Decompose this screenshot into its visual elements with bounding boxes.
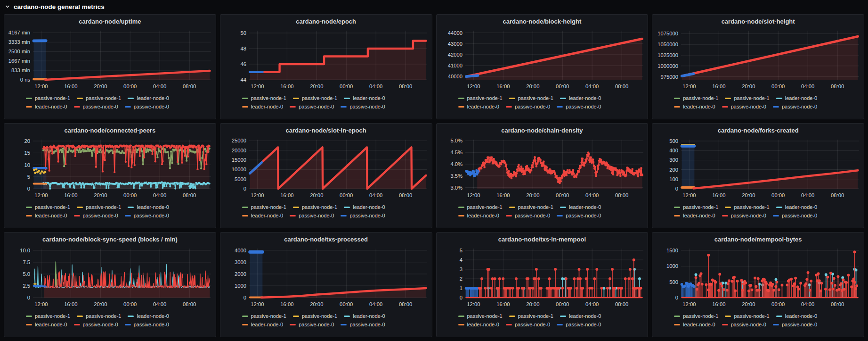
legend-item[interactable]: leader-node-0 (344, 95, 385, 102)
legend-item[interactable]: passive-node-1 (674, 95, 718, 102)
legend-item[interactable]: passive-node-0 (125, 212, 169, 219)
time-series-chart[interactable]: 15001000500012:0016:0020:0000:0004:0008:… (654, 245, 862, 311)
legend-item[interactable]: passive-node-0 (722, 321, 766, 328)
legend-item[interactable]: passive-node-0 (773, 212, 817, 219)
legend-item[interactable]: passive-node-1 (26, 95, 70, 102)
legend-item[interactable]: leader-node-0 (560, 313, 601, 320)
time-series-chart[interactable]: 4167 min3333 min2500 min1667 min833 min0… (6, 27, 214, 93)
legend-item[interactable]: passive-node-1 (77, 313, 121, 320)
legend-item[interactable]: leader-node-0 (26, 103, 67, 110)
legend-item[interactable]: leader-node-0 (26, 212, 67, 219)
time-series-chart[interactable]: 107500010500001025000100000097500012:001… (654, 27, 862, 93)
legend-item[interactable]: passive-node-1 (725, 204, 769, 211)
time-series-chart[interactable]: 54321012:0016:0020:0000:0004:0008:00 (438, 245, 646, 311)
legend-item[interactable]: passive-node-1 (458, 313, 503, 320)
x-axis-label: 08:00 (183, 192, 196, 198)
legend-item[interactable]: passive-node-1 (725, 313, 769, 320)
legend-item[interactable]: leader-node-0 (128, 95, 169, 102)
legend-item[interactable]: passive-node-0 (341, 103, 385, 110)
legend-item[interactable]: passive-node-1 (725, 95, 769, 102)
legend-item[interactable]: leader-node-0 (344, 204, 385, 211)
legend-item[interactable]: passive-node-0 (722, 212, 766, 219)
legend-item[interactable]: passive-node-1 (77, 204, 121, 211)
time-series-chart[interactable]: 10.07.55.02.5012:0016:0020:0000:0004:000… (6, 245, 214, 311)
panel-title[interactable]: cardano-node/block-sync-speed (blocks / … (6, 234, 214, 245)
legend-item[interactable]: leader-node-0 (242, 103, 284, 110)
legend-item[interactable]: passive-node-1 (458, 95, 503, 102)
legend-item[interactable]: leader-node-0 (560, 95, 601, 102)
legend-item[interactable]: leader-node-0 (128, 313, 169, 320)
panel-title[interactable]: cardano-node/connected-peers (6, 125, 214, 136)
legend-item[interactable]: leader-node-0 (458, 321, 500, 328)
legend-item[interactable]: passive-node-1 (509, 204, 553, 211)
legend-item[interactable]: leader-node-0 (674, 212, 715, 219)
legend-item[interactable]: leader-node-0 (776, 313, 818, 320)
legend-item[interactable]: passive-node-0 (722, 103, 766, 110)
time-series-chart[interactable]: 5048464412:0016:0020:0000:0004:0008:00 (222, 27, 430, 93)
legend-item[interactable]: passive-node-0 (74, 212, 118, 219)
legend-item[interactable]: passive-node-1 (242, 204, 286, 211)
panel-title[interactable]: cardano-node/chain-density (438, 125, 646, 136)
legend-item[interactable]: leader-node-0 (674, 321, 715, 328)
legend-item[interactable]: passive-node-1 (674, 313, 718, 320)
time-series-chart[interactable]: 250002000015000100005000012:0016:0020:00… (222, 136, 430, 202)
legend-item[interactable]: leader-node-0 (560, 204, 601, 211)
legend-item[interactable]: passive-node-1 (242, 313, 286, 320)
legend-item[interactable]: passive-node-1 (293, 313, 337, 320)
legend-item[interactable]: passive-node-1 (293, 204, 337, 211)
legend-item[interactable]: passive-node-1 (458, 204, 503, 211)
panel-title[interactable]: cardano-node/slot-height (654, 17, 862, 27)
legend-item[interactable]: passive-node-0 (557, 321, 601, 328)
legend-item[interactable]: leader-node-0 (128, 204, 169, 211)
time-series-chart[interactable]: 440004300042000410004000012:0016:0020:00… (438, 27, 646, 93)
section-header[interactable]: cardano-node general metrics (0, 0, 868, 13)
legend-item[interactable]: passive-node-1 (242, 95, 286, 102)
legend-item[interactable]: leader-node-0 (776, 204, 818, 211)
legend-item[interactable]: passive-node-0 (773, 103, 817, 110)
legend-item[interactable]: passive-node-0 (125, 321, 169, 328)
legend-item[interactable]: passive-node-1 (509, 313, 553, 320)
legend-item[interactable]: leader-node-0 (458, 103, 500, 110)
legend-item[interactable]: passive-node-0 (557, 212, 601, 219)
panel-title[interactable]: cardano-node/txs-processed (222, 234, 430, 245)
panel-title[interactable]: cardano-node/slot-in-epoch (222, 125, 430, 136)
legend-item[interactable]: leader-node-0 (674, 103, 715, 110)
legend-item[interactable]: passive-node-1 (293, 95, 337, 102)
legend-item[interactable]: leader-node-0 (776, 95, 818, 102)
legend-item[interactable]: passive-node-0 (290, 103, 334, 110)
legend-item[interactable]: passive-node-0 (773, 321, 817, 328)
time-series-chart[interactable]: 5.0%4.5%4.0%3.5%3.0%12:0016:0020:0000:00… (438, 136, 646, 202)
panel-title[interactable]: cardano-node/block-height (438, 17, 646, 27)
panel-title[interactable]: cardano-node/epoch (222, 17, 430, 27)
legend-item[interactable]: passive-node-0 (341, 321, 385, 328)
legend-item[interactable]: passive-node-1 (674, 204, 718, 211)
legend-item[interactable]: leader-node-0 (242, 212, 284, 219)
legend-item[interactable]: passive-node-0 (290, 212, 334, 219)
legend-item[interactable]: passive-node-0 (341, 212, 385, 219)
legend-item[interactable]: passive-node-0 (74, 321, 118, 328)
legend-label: passive-node-0 (566, 212, 601, 219)
legend-item[interactable]: passive-node-1 (77, 95, 121, 102)
panel-title[interactable]: cardano-node/uptime (6, 17, 214, 27)
legend-item[interactable]: leader-node-0 (458, 212, 500, 219)
panel-title[interactable]: cardano-node/forks-created (654, 125, 862, 136)
time-series-chart[interactable]: 4000300020001000012:0016:0020:0000:0004:… (222, 245, 430, 311)
time-series-chart[interactable]: 500400300200100012:0016:0020:0000:0004:0… (654, 136, 862, 202)
panel-title[interactable]: cardano-node/txs-in-mempool (438, 234, 646, 245)
legend-item[interactable]: passive-node-1 (509, 95, 553, 102)
series-point (853, 250, 856, 253)
legend-item[interactable]: passive-node-0 (506, 212, 550, 219)
legend-item[interactable]: passive-node-1 (26, 204, 70, 211)
legend-item[interactable]: leader-node-0 (26, 321, 67, 328)
legend-item[interactable]: passive-node-0 (74, 103, 118, 110)
legend-item[interactable]: passive-node-0 (506, 103, 550, 110)
legend-item[interactable]: passive-node-0 (506, 321, 550, 328)
legend-item[interactable]: passive-node-0 (557, 103, 601, 110)
panel-title[interactable]: cardano-node/mempool-bytes (654, 234, 862, 245)
time-series-chart[interactable]: 2015105012:0016:0020:0000:0004:0008:00 (6, 136, 214, 202)
legend-item[interactable]: passive-node-0 (125, 103, 169, 110)
legend-item[interactable]: passive-node-1 (26, 313, 70, 320)
legend-item[interactable]: passive-node-0 (290, 321, 334, 328)
legend-item[interactable]: leader-node-0 (242, 321, 284, 328)
legend-item[interactable]: leader-node-0 (344, 313, 385, 320)
